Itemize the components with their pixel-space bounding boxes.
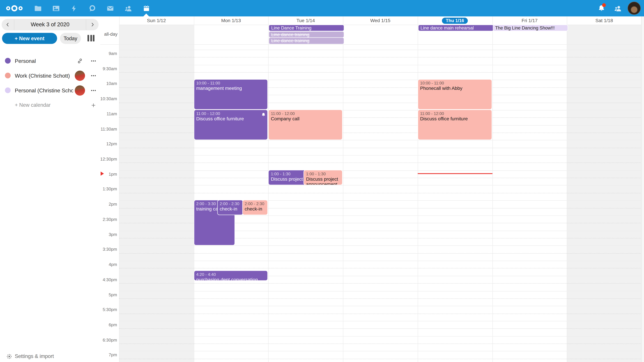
half-hour-line [119, 291, 642, 291]
plus-icon [88, 100, 98, 110]
talk-app-icon[interactable] [83, 0, 101, 16]
vertical-scrollbar[interactable] [641, 16, 644, 362]
half-hour-line [119, 321, 642, 321]
quarter-hour-line [119, 298, 642, 299]
event-title: Company call [271, 116, 340, 122]
quarter-hour-line [119, 359, 642, 359]
time-label: 5:30pm [100, 307, 119, 312]
event[interactable]: 2:00 - 2:30check-in [218, 200, 243, 215]
time-label: 12pm [100, 141, 119, 146]
calendar-list-item[interactable]: Personal [0, 53, 100, 68]
mail-app-icon[interactable] [101, 0, 119, 16]
allday-event[interactable]: The Big Line Dancing Show!!! [493, 25, 568, 31]
owner-avatar[interactable] [74, 85, 85, 96]
avatar [74, 85, 85, 95]
half-hour-line [119, 170, 642, 171]
next-week-button[interactable] [86, 19, 98, 30]
time-label: 1:30pm [100, 187, 119, 191]
event[interactable]: 11:00 - 12:00Discuss office furniture [194, 110, 268, 139]
day-header-wed[interactable]: Wed 1/15 [343, 16, 418, 25]
half-hour-line [119, 155, 642, 156]
app-menu [29, 0, 155, 16]
half-hour-line [119, 50, 642, 50]
week-view-toggle-icon[interactable] [88, 35, 94, 41]
new-event-button[interactable]: + New event [2, 33, 57, 44]
half-hour-line [119, 336, 642, 336]
time-label: 3pm [100, 232, 119, 237]
calendar-actions-menu-icon[interactable] [88, 55, 98, 66]
contacts-menu-icon[interactable] [610, 0, 626, 16]
activity-app-icon[interactable] [65, 0, 83, 16]
event[interactable]: 4:20 - 4:40purchasing dept conversation [194, 271, 268, 280]
event-time: 2:00 - 2:30 [220, 201, 240, 206]
event-time: 1:00 - 1:30 [271, 171, 304, 176]
calendar-app-icon[interactable] [137, 0, 155, 16]
quarter-hour-line [119, 313, 642, 314]
event-title: Discuss office furniture [420, 116, 489, 122]
time-label: 4:30pm [100, 277, 119, 282]
calendar-actions-menu-icon[interactable] [88, 85, 98, 96]
files-app-icon[interactable] [29, 0, 47, 16]
calendar-color-dot [5, 58, 10, 63]
calendar-list-item[interactable]: Personal (Christine Scho… [0, 83, 100, 98]
previous-week-button[interactable] [2, 19, 14, 30]
allday-event[interactable]: Line dance main rehearsal [418, 25, 493, 31]
day-header-sun[interactable]: Sun 1/12 [119, 16, 194, 25]
day-header-tue[interactable]: Tue 1/14 [268, 16, 343, 25]
week-navigation: Week 3 of 2020 [2, 19, 98, 30]
quarter-hour-line [119, 148, 642, 148]
day-header-mon[interactable]: Mon 1/13 [194, 16, 268, 25]
day-header-fri[interactable]: Fri 1/17 [492, 16, 567, 25]
time-label: 6pm [100, 322, 119, 327]
allday-event[interactable]: Line Dance Training [269, 25, 344, 31]
event[interactable]: 2:00 - 2:30check-in [243, 200, 268, 215]
active-app-marker [144, 13, 149, 16]
event[interactable]: 11:00 - 12:00Discuss office furniture [418, 110, 492, 139]
column-divider [567, 16, 567, 362]
event[interactable]: 1:00 - 1:30Discuss project announcement [304, 170, 342, 185]
event[interactable]: 11:00 - 12:00Company call [269, 110, 342, 139]
event-time: 2:00 - 2:30 [245, 201, 266, 206]
column-divider [418, 16, 418, 362]
event-time: 10:00 - 11:00 [196, 81, 266, 86]
column-divider [194, 16, 194, 362]
owner-avatar[interactable] [74, 70, 85, 81]
allday-event[interactable]: Line dance training [269, 38, 344, 44]
time-label: 4pm [100, 262, 119, 267]
event-title: check-in [220, 206, 240, 212]
nextcloud-logo[interactable] [5, 3, 24, 13]
half-hour-line [119, 306, 642, 306]
contacts-app-icon[interactable] [119, 0, 137, 16]
quarter-hour-line [119, 283, 642, 284]
avatar [74, 70, 85, 81]
quarter-hour-line [119, 193, 642, 193]
photos-app-icon[interactable] [47, 0, 65, 16]
calendar-list-item[interactable]: Work (Christine Schott) [0, 68, 100, 83]
today-button[interactable]: Today [60, 33, 81, 44]
event[interactable]: 1:00 - 1:30Discuss project ann [269, 170, 306, 185]
day-header-thu[interactable]: Thu 1/16 [418, 16, 492, 25]
current-day-pill: Thu 1/16 [442, 17, 468, 24]
week-label[interactable]: Week 3 of 2020 [14, 19, 86, 30]
event-title: purchasing dept conversation [196, 277, 266, 280]
new-calendar-item[interactable]: + New calendar [0, 98, 100, 112]
calendar-color-dot [5, 72, 10, 78]
notifications-bell-icon[interactable] [593, 0, 610, 16]
allday-event[interactable]: Line dance training [269, 31, 344, 37]
user-avatar[interactable] [628, 2, 641, 15]
event[interactable]: 10:00 - 11:00management meeting [194, 80, 268, 109]
time-label: 11am [100, 111, 119, 116]
day-header-sat[interactable]: Sat 1/18 [567, 16, 642, 25]
calendar-actions-menu-icon[interactable] [88, 70, 98, 81]
time-label: 10am [100, 81, 119, 86]
settings-and-import[interactable]: Settings & import [0, 351, 100, 362]
share-link-icon[interactable] [74, 55, 85, 66]
half-hour-line [119, 185, 642, 186]
event-title: Discuss project announcement [306, 176, 340, 185]
gear-icon [6, 353, 12, 359]
event[interactable]: 10:00 - 11:00Phonecall with Abby [418, 80, 492, 109]
half-hour-line [119, 246, 642, 246]
calendar-name: Personal (Christine Scho… [15, 87, 73, 93]
event-time: 11:00 - 12:00 [420, 111, 489, 116]
time-label: 9am [100, 51, 119, 56]
